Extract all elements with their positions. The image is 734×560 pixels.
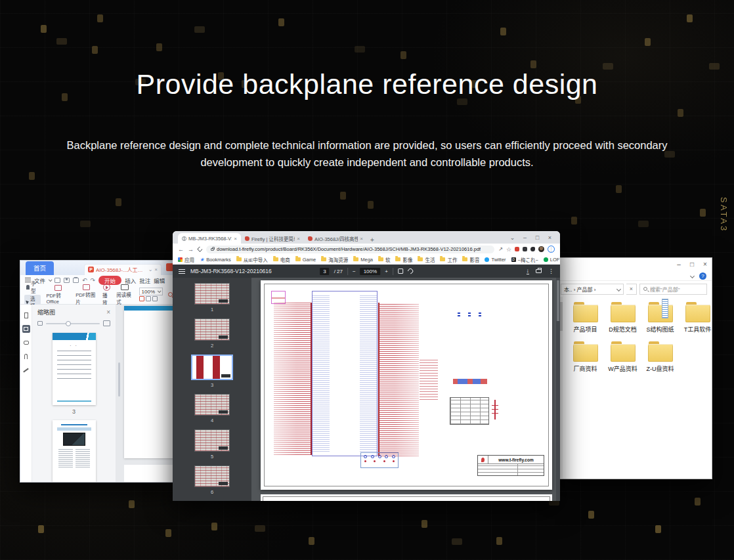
bookmark-twitter[interactable]: Twitter xyxy=(485,257,506,263)
close-button[interactable]: × xyxy=(699,261,712,268)
read-mode-button[interactable]: 阅读模式 xyxy=(116,284,133,305)
page-number-input[interactable]: 3 xyxy=(320,268,329,275)
browser-tab-3[interactable]: AIO-3568J/四核高性能人工智能… × xyxy=(304,233,367,244)
play-button[interactable]: 播放 xyxy=(102,284,111,306)
print-icon[interactable] xyxy=(73,278,79,283)
address-clear-button[interactable]: × xyxy=(626,284,637,295)
comments-panel-icon[interactable] xyxy=(22,339,30,347)
close-icon[interactable]: × xyxy=(106,309,110,316)
extension-icon-3[interactable] xyxy=(530,247,535,251)
bookmark-folder[interactable]: 电商 xyxy=(273,256,290,263)
zoom-out-button[interactable]: − xyxy=(353,269,356,274)
search-input[interactable]: 搜索"产品部" xyxy=(639,284,707,295)
folder-item[interactable]: W产品资料 xyxy=(604,341,641,373)
fit-page-icon[interactable] xyxy=(398,269,403,274)
undo-icon[interactable]: ↶ xyxy=(82,277,87,284)
breadcrumb-dropdown-icon[interactable] xyxy=(616,286,621,291)
wps-thumbnail-page3[interactable]: · · xyxy=(53,333,96,405)
bookmark-folder[interactable]: 影像 xyxy=(395,256,412,263)
extension-icon-1[interactable] xyxy=(515,247,519,251)
pdf-to-image-button[interactable]: PDF转图片 xyxy=(76,284,97,305)
wps-scrollbar[interactable] xyxy=(118,362,120,397)
chevron-down-icon[interactable] xyxy=(49,278,53,282)
ribbon-expand-icon[interactable] xyxy=(690,273,695,278)
print-icon[interactable] xyxy=(536,269,542,273)
wps-document-tab[interactable]: P AIO-3568J-...人工智能主板.pdf ⌄ × xyxy=(84,264,162,275)
breadcrumb[interactable]: 本.. › 产品部 › xyxy=(561,284,624,295)
bookmark-apps[interactable]: 应用 xyxy=(178,256,194,263)
back-icon[interactable]: ← xyxy=(178,246,184,253)
hand-tool-button[interactable]: 手型 xyxy=(24,280,41,294)
wps-ribbon-tab-insert[interactable]: 插入 xyxy=(125,276,136,284)
tab-pin-icon[interactable]: ⌄ xyxy=(148,267,153,272)
save-icon[interactable] xyxy=(64,278,70,283)
reload-icon[interactable] xyxy=(197,246,204,253)
fit-page-icon[interactable] xyxy=(139,296,144,301)
pdf-menu-icon[interactable] xyxy=(179,269,185,274)
share-icon[interactable]: ↗ xyxy=(498,246,503,252)
maximize-button[interactable]: □ xyxy=(531,234,544,241)
bookmark-folder[interactable]: 工作 xyxy=(440,256,457,263)
folder-item[interactable]: 厂商资料 xyxy=(567,341,604,373)
bookmarks-panel-icon[interactable] xyxy=(22,311,30,319)
wps-zoom-select[interactable]: 100% xyxy=(139,288,163,295)
address-bar[interactable]: download.t-firefly.com/product/Board/RK3… xyxy=(206,246,494,253)
wps-ribbon-tab-annotate[interactable]: 批注 xyxy=(139,276,150,284)
folder-item[interactable]: Z-U盘资料 xyxy=(641,341,679,373)
forward-icon[interactable]: → xyxy=(188,246,194,253)
pdf-page-thumbnail[interactable] xyxy=(194,283,230,305)
browser-tab-1[interactable]: MB-JM3-RK3568-V12-20210... × xyxy=(178,233,241,244)
slider-knob[interactable] xyxy=(66,321,71,326)
bookmark-folder[interactable]: 软 xyxy=(378,256,391,263)
folder-open-icon[interactable] xyxy=(54,278,60,283)
extension-icon-2[interactable] xyxy=(523,247,527,251)
tab-close-icon[interactable]: × xyxy=(360,236,363,242)
folder-item[interactable]: T工具软件 xyxy=(679,302,716,334)
bookmark-lofter[interactable]: LOFTER xyxy=(544,257,560,263)
bookmark-item[interactable]: ★Bookmarks xyxy=(200,257,231,263)
bookmark-star-icon[interactable]: ☆ xyxy=(506,246,511,253)
zoom-in-button[interactable]: + xyxy=(385,269,388,274)
pdf-page-thumbnail[interactable] xyxy=(194,394,230,416)
browser-tab-2[interactable]: Firefly | 让科技更简单，让生活… × xyxy=(241,233,304,244)
folder-item[interactable]: S结构图纸 xyxy=(641,302,679,334)
bookmark-folder[interactable]: Mega xyxy=(353,257,373,263)
close-button[interactable]: × xyxy=(544,234,556,241)
zoom-level-value[interactable]: 100% xyxy=(360,268,380,275)
pdf-page-thumbnail[interactable] xyxy=(194,318,230,340)
pdf-page-thumbnail[interactable] xyxy=(194,465,230,487)
pdf-page-thumbnail-selected[interactable] xyxy=(191,355,233,380)
pdf-page-thumbnail[interactable] xyxy=(194,429,230,451)
rotate-icon[interactable] xyxy=(406,267,414,274)
tab-close-icon[interactable]: × xyxy=(234,236,237,242)
magnifier-icon[interactable] xyxy=(168,292,173,297)
wps-thumbnail-page4[interactable] xyxy=(53,420,96,482)
wps-home-tab[interactable]: 首页 xyxy=(26,261,54,275)
more-options-icon[interactable]: ⋮ xyxy=(548,268,554,274)
slider-track[interactable] xyxy=(46,323,100,324)
folder-item[interactable]: D规范文档 xyxy=(604,302,641,334)
new-tab-button[interactable]: + xyxy=(367,236,378,244)
tab-search-icon[interactable]: ⌄ xyxy=(506,234,519,241)
wps-ribbon-tab-edit[interactable]: 编辑 xyxy=(154,276,165,284)
thumbnails-panel-icon[interactable] xyxy=(22,325,30,333)
signature-panel-icon[interactable] xyxy=(22,366,30,374)
attachments-panel-icon[interactable] xyxy=(22,353,30,360)
minimize-button[interactable]: – xyxy=(672,261,685,268)
bookmark-item[interactable]: D~梅これ~ xyxy=(511,256,538,263)
bookmark-folder[interactable]: 影音 xyxy=(462,256,479,263)
browser-menu-icon[interactable]: ⋮ xyxy=(548,246,555,253)
bookmark-folder[interactable]: Game xyxy=(295,257,316,263)
crop-icon[interactable] xyxy=(152,296,158,301)
folder-item[interactable]: 产品项目 xyxy=(567,302,604,334)
tab-close-icon[interactable]: × xyxy=(154,267,158,272)
bookmark-folder[interactable]: 从IE中导入 xyxy=(236,256,268,263)
redo-icon[interactable]: ↷ xyxy=(91,277,96,284)
fit-width-icon[interactable] xyxy=(146,296,151,301)
help-icon[interactable]: ? xyxy=(699,272,706,280)
maximize-button[interactable]: □ xyxy=(685,261,699,268)
download-icon[interactable]: ↓ xyxy=(527,268,530,274)
pdf-scrollbar[interactable] xyxy=(556,278,560,501)
minimize-button[interactable]: – xyxy=(519,234,531,241)
bookmark-folder[interactable]: 海淘资源 xyxy=(321,256,348,263)
